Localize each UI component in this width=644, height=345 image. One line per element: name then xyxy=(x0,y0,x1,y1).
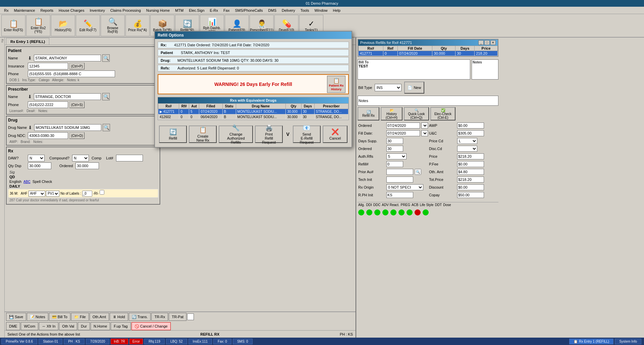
lot-input[interactable] xyxy=(116,155,143,161)
discount-input[interactable] xyxy=(457,184,484,190)
wcom-button[interactable]: WCom xyxy=(21,322,38,330)
menu-house-charges[interactable]: House Charges xyxy=(56,8,87,13)
drug-name-input[interactable] xyxy=(34,124,101,131)
equiv-row-1[interactable]: ▶ 412771 0 5 07/24/2020 B MONTELUKAST SO… xyxy=(158,109,348,114)
save-button[interactable]: 💾 Save xyxy=(6,313,26,321)
ordered2-input[interactable] xyxy=(386,146,403,152)
price-cd-select[interactable]: L xyxy=(457,138,477,144)
taskbar-version[interactable]: PrimeRx Ver 0.8.6 xyxy=(1,339,37,344)
modal-cancel-button[interactable]: ❌ Cancel xyxy=(323,126,347,143)
menu-sms[interactable]: SMS/PhoneCalls xyxy=(232,8,265,13)
cancel-change-button[interactable]: 🚫 Cancel / Change xyxy=(131,322,171,330)
tr-pat-button[interactable]: TR-Pat xyxy=(169,313,186,321)
ordered-rpanel-input[interactable] xyxy=(386,122,420,129)
hold-button[interactable]: ⏸ Hold xyxy=(110,313,128,321)
taskbar-fax[interactable]: Fax: 0 xyxy=(213,339,231,344)
menu-rx[interactable]: Rx xyxy=(1,8,11,13)
notes-bottom-button[interactable]: 📝 Notes xyxy=(27,313,48,321)
drug-search-button[interactable]: 🔍 xyxy=(103,124,110,131)
prior-auth-input[interactable] xyxy=(386,169,413,175)
menu-erx[interactable]: E-Rx xyxy=(207,8,221,13)
taskbar-error[interactable]: Error xyxy=(129,339,143,344)
prev-refills-minimize[interactable]: _ xyxy=(478,40,484,45)
fill-date-input[interactable] xyxy=(386,130,420,136)
edit-rx-button[interactable]: ✏️ Edit Rx(F7) xyxy=(76,15,100,36)
dme-button[interactable]: DME xyxy=(6,322,20,330)
patient-phone-input[interactable] xyxy=(28,70,115,77)
tot-price-input[interactable] xyxy=(457,177,484,183)
ctrl-d-button[interactable]: (Ctrl+D) xyxy=(69,132,85,139)
qty-dsp-input[interactable] xyxy=(28,162,51,169)
oth-val-button[interactable]: Oth Val xyxy=(59,322,77,330)
enter-rx2-button[interactable]: 📋 Enter Rx2 (^F5) xyxy=(26,15,50,36)
menu-delivery[interactable]: Delivery xyxy=(279,8,298,13)
taskbar-sms[interactable]: SMS: 0 xyxy=(233,339,253,344)
drug-ndc-input[interactable] xyxy=(28,132,68,139)
disc-cd-select[interactable] xyxy=(457,146,477,152)
menu-elec-sign[interactable]: Elec.Sign xyxy=(186,8,207,13)
bill-type-select[interactable]: INS xyxy=(375,84,401,91)
modal-change-auth-button[interactable]: 🔧 ChangeAuthorizedRefills xyxy=(219,126,253,143)
patient-search-button[interactable]: 🔍 xyxy=(102,54,110,62)
ctrl-p-button[interactable]: (Ctrl+P) xyxy=(69,63,85,69)
ahf-select[interactable]: AHF xyxy=(29,191,45,197)
modal-refill-button[interactable]: 🔄 Refill xyxy=(159,126,187,143)
tech-init-input[interactable] xyxy=(386,177,413,183)
pfee-input[interactable] xyxy=(457,161,484,167)
refill-num-input[interactable] xyxy=(386,161,403,167)
modal-send-erefill-button[interactable]: 📧 SendE-RefillRequest xyxy=(293,126,321,143)
n-home-button[interactable]: N.Home xyxy=(91,322,110,330)
browse-rx-button[interactable]: 🔍 Browse Rx(F8) xyxy=(101,15,125,36)
enter-rx-button[interactable]: 📋 Enter Rx(F5) xyxy=(1,15,25,36)
days-supp-input[interactable] xyxy=(386,138,403,144)
menu-nursing[interactable]: Nursing Home xyxy=(144,8,172,13)
taskbar-rx-entry[interactable]: 📋 Rx Entry 1 (REFILL) xyxy=(569,339,613,344)
price-rx-button[interactable]: 💰 Price Rx(^A) xyxy=(125,15,150,36)
menu-mtm[interactable]: MTM xyxy=(172,8,186,13)
prior-auth-search[interactable]: 🔍 xyxy=(415,169,421,175)
price-input[interactable] xyxy=(457,153,484,159)
menu-tools[interactable]: Tools xyxy=(298,8,312,13)
fup-tag-button[interactable]: F.up Tag xyxy=(111,322,130,330)
file-button[interactable]: 📁 File xyxy=(71,313,89,321)
tr-rx-button[interactable]: TR-Rx xyxy=(151,313,168,321)
trans-button[interactable]: 🔄 Trans. xyxy=(129,313,151,321)
menu-reports[interactable]: Reports xyxy=(38,8,56,13)
copay-input[interactable] xyxy=(457,192,484,198)
taskbar-insex[interactable]: InsEx:111 xyxy=(189,339,212,344)
menu-inventory[interactable]: Inventory xyxy=(87,8,107,13)
taskbar-system-info[interactable]: System Info xyxy=(615,339,641,344)
taskbar-ph[interactable]: PH : KS xyxy=(64,339,85,344)
xfr-in-button[interactable]: ↔ Xfr In xyxy=(39,322,58,330)
taskbar-date[interactable]: 7/28/2020 xyxy=(86,339,110,344)
history-button[interactable]: 📂 History(F6) xyxy=(51,15,75,36)
menu-fax[interactable]: Fax xyxy=(221,8,232,13)
bill-to-button[interactable]: 💳 Bill To xyxy=(49,313,70,321)
refill-rx-button[interactable]: 🔄 Refill Rx xyxy=(358,107,379,120)
prev-refills-close[interactable]: ✕ xyxy=(490,40,496,45)
prev-refill-row[interactable]: 412771 0 07/24/2020 30.000 30 218.20 xyxy=(359,51,498,56)
history-side-button[interactable]: 📂 History(Ctrl+H) xyxy=(381,107,402,120)
compound-select[interactable]: N xyxy=(72,155,89,161)
ordered-input[interactable] xyxy=(75,162,99,169)
modal-print-refill-button[interactable]: 🖨️ PrintRefillRequest xyxy=(255,126,283,143)
ri-checkbox[interactable] xyxy=(100,190,104,195)
patient-insurance-input[interactable] xyxy=(28,63,68,69)
oth-amt-button[interactable]: Oth.Amt xyxy=(90,313,109,321)
prev-refills-maximize[interactable]: □ xyxy=(484,40,490,45)
daw-select[interactable]: N xyxy=(28,155,45,161)
menu-claims[interactable]: Claims Processing xyxy=(108,8,144,13)
taskbar-lbq[interactable]: LBQ: 52 xyxy=(166,339,187,344)
labels-input[interactable] xyxy=(82,191,92,197)
new-button[interactable]: 📄 New xyxy=(404,82,424,94)
menu-window[interactable]: Window xyxy=(312,8,330,13)
patient-rx-history-btn[interactable]: 📋 Patient Rx History xyxy=(327,76,345,93)
menu-maintenance[interactable]: Maintenance xyxy=(11,8,38,13)
menu-help[interactable]: Help xyxy=(330,8,343,13)
prescriber-phone-input[interactable] xyxy=(28,101,68,108)
equiv-row-2[interactable]: 412602 0 0 06/04/2020 B MONTELUKAST SODI… xyxy=(158,114,348,120)
elec-check-button[interactable]: ✅ Elec-Check(Ctrl-E) xyxy=(430,107,455,120)
menu-dms[interactable]: DMS xyxy=(266,8,279,13)
uc-input[interactable] xyxy=(457,130,484,136)
prescriber-name-input[interactable] xyxy=(34,93,101,100)
